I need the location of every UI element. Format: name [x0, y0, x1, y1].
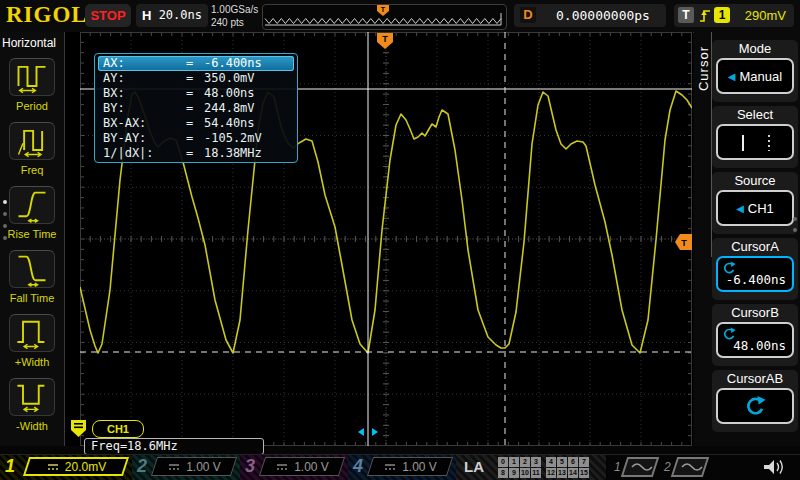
dc-coupling-icon [275, 462, 289, 472]
cursor-a-solid-line-icon [742, 135, 744, 151]
menu-group-source: Source ◀ CH1 [712, 172, 798, 234]
digital-channel-grid: 0 1 2 3 4 5 6 7 8 9 10 11 12 1 [498, 457, 590, 479]
menu-item-neg-width[interactable]: -Width [0, 378, 64, 432]
menu-page-indicator [3, 192, 7, 248]
sample-rate: 1.00GSa/s [211, 3, 258, 16]
measurement-row-freq: 1/|dX|: = 18.38MHz [98, 146, 294, 161]
minus-width-icon [10, 379, 54, 415]
horizontal-scale-box[interactable]: H 20.0ns [136, 4, 208, 27]
left-arrow-icon: ◀ [728, 71, 736, 82]
channel-1-block[interactable]: 1 20.0mV [0, 455, 132, 480]
source-value: CH1 [748, 201, 774, 216]
channel-3-scale: 1.00 V [294, 460, 329, 474]
channel-4-block[interactable]: 4 1.00 V [348, 455, 456, 480]
cursor-b-value: 48.00ns [733, 338, 786, 353]
source-button[interactable]: ◀ CH1 [716, 190, 794, 226]
source-1-output[interactable]: 1 [612, 457, 658, 477]
trigger-level-value: 290mV [745, 4, 786, 27]
mode-button[interactable]: ◀ Manual [716, 58, 794, 94]
measurement-row-byay: BY-AY: = -105.2mV [98, 131, 294, 146]
cursor-b-button[interactable]: 48.00ns [716, 322, 794, 358]
cursor-ab-button[interactable] [716, 388, 794, 424]
trigger-label: T [678, 7, 694, 23]
ch1-source-tag: CH1 [92, 420, 144, 438]
cursor-b-dashed-line-icon [768, 135, 770, 151]
acquisition-info: 1.00GSa/s 240 pts [211, 3, 258, 29]
run-stop-status[interactable]: STOP [85, 4, 131, 27]
cursor-measurement-panel: AX: = -6.400ns AY: = 350.0mV BX: = 48.00… [94, 53, 298, 163]
channel-4-number: 4 [353, 456, 363, 477]
la-label: LA [464, 458, 484, 475]
source-2-output[interactable]: 2 [662, 457, 708, 477]
fall-time-icon [10, 251, 54, 287]
measurement-row-by: BY: = 244.8mV [98, 101, 294, 116]
svg-text:T: T [381, 6, 386, 13]
channel-1-scale: 20.0mV [65, 460, 106, 474]
channel-2-scale: 1.00 V [186, 460, 221, 474]
trigger-status-box[interactable]: T 1 290mV [674, 4, 794, 27]
trigger-source-badge: 1 [714, 7, 730, 23]
menu-group-select: Select [712, 106, 798, 168]
menu-group-cursor-ab: CursorAB [712, 370, 798, 432]
delay-value: 0.00000000ps [544, 4, 662, 27]
dc-coupling-icon [46, 462, 60, 472]
top-status-bar: RIGOL STOP H 20.0ns 1.00GSa/s 240 pts T … [0, 0, 800, 33]
measurement-row-bxax: BX-AX: = 54.40ns [98, 116, 294, 131]
mode-value: Manual [740, 69, 783, 84]
dc-coupling-icon [167, 462, 181, 472]
hardware-frequency-counter: Freq=18.6MHz [84, 438, 264, 455]
svg-text:T: T [382, 34, 388, 44]
channel-status-bar: 1 20.0mV 2 1.00 V [0, 454, 800, 480]
right-menu-title: Cursor [696, 46, 712, 91]
measurement-row-ay: AY: = 350.0mV [98, 71, 294, 86]
speaker-icon[interactable] [762, 457, 788, 477]
measurement-row-bx: BX: = 48.00ns [98, 86, 294, 101]
dc-coupling-icon [383, 462, 397, 472]
memory-waveform-preview[interactable]: T [262, 4, 507, 30]
right-menu-page-indicator [793, 210, 797, 239]
delay-box[interactable]: D 0.00000000ps [514, 4, 666, 27]
plus-width-icon [10, 315, 54, 351]
menu-item-freq[interactable]: Freq [0, 122, 64, 176]
delay-label: D [520, 7, 536, 23]
channel-2-number: 2 [137, 456, 147, 477]
horizontal-scale-value: 20.0ns [159, 4, 202, 27]
right-softkey-menu: Cursor Mode ◀ Manual Select Source ◀ [694, 32, 800, 446]
rigol-logo: RIGOL [6, 2, 88, 28]
rise-time-icon [10, 187, 54, 223]
left-softkey-menu: Horizontal Period Freq Rise Time [0, 32, 65, 446]
channel-1-number: 1 [5, 456, 15, 477]
preview-wave-icon: T [263, 5, 504, 27]
menu-group-cursor-b: CursorB 48.00ns [712, 304, 798, 366]
period-icon [10, 59, 54, 95]
menu-group-cursor-a: CursorA -6.400ns [712, 238, 798, 300]
sine-wave-icon [680, 461, 704, 473]
menu-item-fall-time[interactable]: Fall Time [0, 250, 64, 304]
menu-item-rise-time[interactable]: Rise Time [0, 186, 64, 240]
channel-3-block[interactable]: 3 1.00 V [240, 455, 348, 480]
freq-icon [10, 123, 54, 159]
oscilloscope-screen: RIGOL STOP H 20.0ns 1.00GSa/s 240 pts T … [0, 0, 800, 480]
memory-depth: 240 pts [211, 16, 258, 29]
sine-wave-icon [630, 461, 654, 473]
channel-3-number: 3 [245, 456, 255, 477]
channel-4-scale: 1.00 V [402, 460, 437, 474]
menu-item-period[interactable]: Period [0, 58, 64, 112]
rotate-knob-icon [744, 395, 766, 417]
channel-2-block[interactable]: 2 1.00 V [132, 455, 240, 480]
left-menu-title: Horizontal [2, 36, 56, 50]
left-arrow-icon: ◀ [736, 203, 744, 214]
logic-analyzer-block[interactable]: LA 0 1 2 3 4 5 6 7 8 9 10 11 [456, 455, 606, 480]
cursor-a-value: -6.400ns [726, 272, 786, 287]
rising-edge-trigger-icon [698, 8, 712, 23]
svg-text:T: T [681, 238, 687, 248]
ch1-position-marker[interactable] [71, 420, 86, 441]
select-cursor-button[interactable] [716, 124, 794, 160]
cursor-a-button[interactable]: -6.400ns [716, 256, 794, 292]
menu-item-pos-width[interactable]: +Width [0, 314, 64, 368]
horizontal-label: H [142, 4, 151, 27]
measurement-row-ax: AX: = -6.400ns [98, 56, 294, 71]
menu-group-mode: Mode ◀ Manual [712, 40, 798, 102]
